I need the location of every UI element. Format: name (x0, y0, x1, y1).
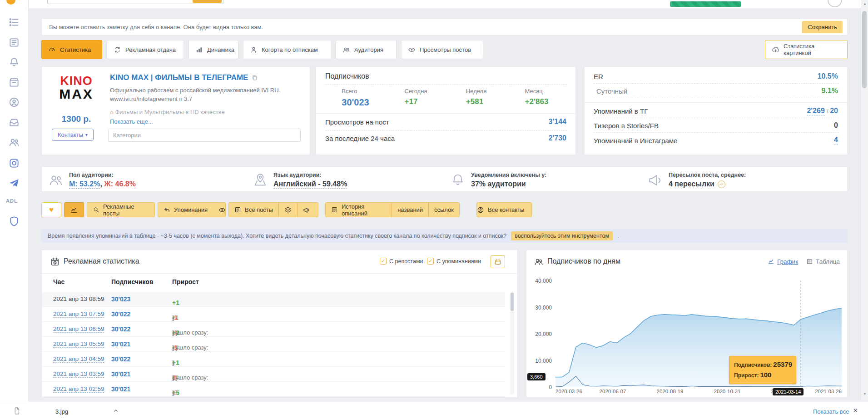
table-row: 2021 апр 13 06:5930'022+2(+4 -2, ушло ср… (42, 322, 505, 337)
er-row: ER 10.5% (594, 72, 838, 80)
row-time-link[interactable]: 2021 апр 13 02:59 (53, 385, 104, 393)
tab-cohort[interactable]: Когорта по отпискам (243, 40, 331, 59)
feed-list-icon[interactable] (8, 16, 20, 29)
show-all-downloads-link[interactable]: Показать все (813, 408, 849, 415)
channel-title[interactable]: KINO MAX | ФИЛЬМЫ В ТЕЛЕГРАМЕ (110, 73, 258, 82)
bell-icon[interactable] (8, 56, 20, 69)
compare-stats-button[interactable] (64, 202, 84, 217)
shield-icon[interactable] (8, 215, 20, 228)
user-globe-icon[interactable] (8, 96, 20, 109)
save-button[interactable]: Сохранить (802, 21, 843, 33)
gender-female-link[interactable]: Ж: 46.8% (104, 180, 136, 188)
history-descriptions-button[interactable]: История описаний (326, 203, 392, 217)
channel-description: Официально работаем с российской медиако… (110, 86, 305, 103)
calendar-filter-button[interactable] (491, 255, 505, 268)
page-scrollbar[interactable]: ▲ ▼ (861, 0, 868, 400)
chart-title: Подписчиков по дням (547, 257, 620, 265)
list-doc-icon (331, 206, 338, 213)
all-posts-button[interactable]: Все посты (229, 203, 278, 217)
note-input[interactable]: Вы можете оставить заметку для себя о ка… (49, 24, 263, 30)
forward-info-icon[interactable] (718, 180, 725, 188)
column-header-time: Час (53, 278, 64, 285)
telegram-icon[interactable] (8, 177, 20, 190)
checkbox-checked-icon: ✓ (427, 258, 434, 265)
eye-icon (408, 46, 416, 54)
row-subscribers: 30'022 (111, 325, 130, 333)
tab-dynamics[interactable]: Динамика (188, 40, 238, 59)
mentions-checkbox[interactable]: ✓С упоминаниями (427, 258, 481, 265)
tab-statistics[interactable]: Статистика (41, 40, 102, 59)
history-links-button[interactable]: ссылок (429, 203, 459, 217)
subscribers-chart[interactable]: 3,660 2021-03-14 Подписчиков:25379 Приро… (556, 280, 842, 387)
tab-ad-return[interactable]: Рекламная отдача (107, 40, 184, 59)
tab-chart-view[interactable]: График (768, 258, 798, 265)
gender-male-link[interactable]: М: 53.2% (69, 180, 100, 189)
language-link[interactable]: Английский - 59.48% (273, 180, 347, 189)
subscribers-today: Сегодня+17 (405, 88, 427, 108)
all-contacts-button[interactable]: Все контакты (476, 202, 532, 217)
tool-link[interactable]: воспользуйтесь этим инструментом (511, 231, 613, 240)
people-icon (48, 172, 64, 188)
row-time-link[interactable]: 2021 апр 13 06:59 (53, 325, 104, 333)
y-axis-labels: 40,00030,00020,00010,0000 (528, 280, 552, 387)
row-time: 2021 апр 13 08:59 (53, 295, 104, 302)
people-icon (534, 257, 544, 267)
layers-icon (284, 206, 292, 214)
close-icon[interactable]: × (853, 406, 858, 415)
chevron-up-icon[interactable] (113, 408, 119, 414)
show-more-link[interactable]: Показать еще... (110, 118, 153, 125)
archive-icon[interactable] (8, 76, 20, 89)
table-scrollbar[interactable] (510, 292, 514, 395)
contacts-dropdown[interactable]: Контакты ▾ (52, 129, 94, 141)
users-icon (342, 46, 350, 54)
row-time-link[interactable]: 2021 апр 13 05:59 (53, 340, 104, 348)
layers-filter-button[interactable] (279, 203, 297, 217)
row-subscribers: 30'021 (111, 370, 130, 378)
ad-posts-button[interactable]: Рекламные посты (87, 202, 155, 217)
categories-input[interactable] (108, 129, 301, 142)
audience-strip: Пол аудитории: М: 53.2%, Ж: 46.8% Язык а… (41, 166, 848, 192)
tab-post-views[interactable]: Просмотры постов (401, 40, 483, 59)
favorite-icon[interactable] (6, 0, 15, 5)
calendar-stats-icon (50, 257, 60, 267)
avatar[interactable] (828, 0, 842, 7)
users-icon[interactable] (8, 136, 20, 149)
er-daily-row: Суточный 9.1% (594, 87, 838, 95)
row-time-link[interactable]: 2021 апр 13 07:59 (53, 310, 104, 318)
y-tick: 10,000 (535, 358, 552, 364)
scroll-down-icon[interactable]: ▼ (861, 392, 868, 396)
table-row: 2021 апр 13 03:5930'0210(+4 -4, ушло сра… (42, 367, 505, 382)
instagram-icon[interactable] (8, 157, 20, 170)
reposts-checkbox[interactable]: ✓С репостами (380, 258, 423, 265)
mentions-tg-link[interactable]: 2'269 (807, 107, 824, 115)
reply-arrow-icon (164, 206, 170, 213)
progress-bar (670, 1, 741, 7)
scrollbar-thumb[interactable] (862, 11, 867, 88)
instagram-mentions-link[interactable]: 4 (834, 136, 838, 145)
inbox-icon[interactable] (8, 116, 20, 129)
mentions-button[interactable]: Упоминания (158, 203, 213, 217)
list-icon (234, 206, 241, 213)
search-button[interactable] (193, 0, 222, 3)
stats-image-button[interactable]: Статистика картинкой (765, 40, 848, 59)
sidebar-item-adl[interactable]: ADL (6, 198, 18, 204)
favorites-button[interactable]: ♥ (41, 202, 61, 217)
scroll-up-icon[interactable]: ▲ (861, 2, 868, 6)
tgstat-analytics-page: ADL Вы можете оставить заметку для себя … (0, 0, 868, 420)
news-icon[interactable] (8, 36, 20, 49)
header-strip (29, 0, 861, 8)
user-down-icon (250, 46, 258, 54)
row-time-link[interactable]: 2021 апр 13 03:59 (53, 370, 104, 378)
table-row: 2021 апр 13 04:5930'022+1(+1 ) (42, 352, 505, 367)
copy-icon[interactable] (251, 75, 258, 81)
tab-audience[interactable]: Аудитория (336, 40, 397, 59)
stories-row: Тизеров в Stories/FB 0 (594, 121, 838, 130)
megaphone-filter-button[interactable] (298, 203, 316, 217)
audience-gender: Пол аудитории: М: 53.2%, Ж: 46.8% (48, 172, 136, 188)
tab-table-view[interactable]: Таблица (806, 258, 840, 265)
line-chart-icon (768, 258, 774, 265)
history-names-button[interactable]: названий (392, 203, 428, 217)
row-time-link[interactable]: 2021 апр 13 04:59 (53, 355, 104, 363)
er-card: ER 10.5% Суточный 9.1% Упоминаний в ТГ 2… (584, 66, 848, 155)
download-filename[interactable]: 3.jpg (55, 408, 68, 415)
